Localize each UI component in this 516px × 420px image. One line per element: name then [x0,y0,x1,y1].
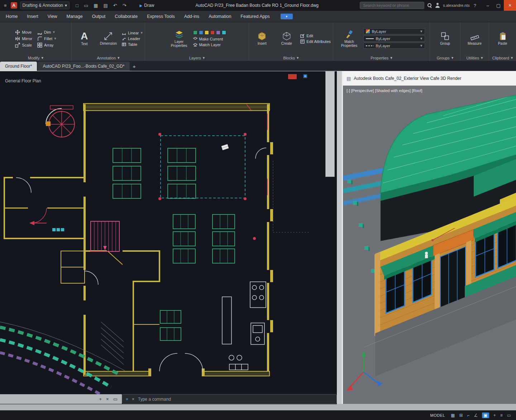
array-tool[interactable]: Array [37,43,56,48]
viewport-grid-toggle-icon[interactable]: ▣ [303,73,307,78]
tab-home[interactable]: Home [6,14,18,19]
viewport-scrollbar[interactable] [325,71,335,177]
paste-tool[interactable]: Paste [492,32,514,45]
leader-tool[interactable]: Leader [122,37,143,41]
fillet-tool[interactable]: Fillet ▾ [37,36,56,41]
group-tool[interactable]: Group [434,32,456,45]
help-icon[interactable]: ? [473,3,477,8]
dim-tool[interactable]: Dim ▾ [37,30,56,35]
tab-featured-apps[interactable]: Featured Apps [240,14,269,19]
color-dropdown[interactable]: ByLayer ▾ [363,28,425,34]
print-icon[interactable]: ▤ [102,3,109,8]
tab-express-tools[interactable]: Express Tools [147,14,175,19]
tab-insert[interactable]: Insert [27,14,38,19]
view-cube-icon[interactable]: ▤ [347,76,351,81]
layer-swatch-cyan[interactable] [222,30,226,35]
viewport-record-badge[interactable] [288,74,297,79]
measure-tool[interactable]: Measure [464,32,486,45]
panel-name-properties[interactable]: Properties ▾ [333,55,430,61]
grid-icon[interactable]: ▦ [451,413,455,418]
customization-icon[interactable]: ▭ [507,413,511,418]
save-icon[interactable]: ▦ [92,3,99,8]
layer-swatch-green[interactable] [193,30,197,35]
edit-block-tool[interactable]: Edit [300,34,331,38]
linetype-dropdown[interactable]: ByLayer ▾ [363,43,425,49]
viewport-3d-controls[interactable]: [-] [Perspective] [Shaded with edges] [R… [347,88,422,93]
dimension-tool[interactable]: Dimension [98,32,119,45]
close-drawing-icon[interactable]: × [106,396,109,402]
viewport-2d-plan[interactable]: General Floor Plan ▣ [0,71,337,404]
tab-add-ins[interactable]: Add-ins [184,14,199,19]
new-icon[interactable]: □ [75,3,80,8]
quick-access-toolbar: □ ▭ ▦ ▤ ↶ ↷ [75,3,128,8]
layer-swatch-red[interactable] [210,30,215,35]
viewport-3d[interactable]: ▤ Autodesk Boots Cafe_02_Exterior View C… [342,71,516,404]
lineweight-icon[interactable]: ≡ [500,413,503,418]
create-block-tool[interactable]: Create [276,32,298,45]
tab-manage[interactable]: Manage [66,14,82,19]
titlebar: ≡ A Drafting & Annotation ▾ □ ▭ ▦ ▤ ↶ ↷ … [0,0,516,11]
mirror-tool[interactable]: Mirror [15,36,32,41]
linear-tool[interactable]: Linear ▾ [122,30,143,35]
model-space-button[interactable]: MODEL [430,413,445,417]
panel-name-blocks[interactable]: Blocks ▾ [249,55,333,61]
layer-swatch-yellow[interactable] [205,30,209,35]
restore-button[interactable]: ▢ [493,0,504,11]
viewport-splitter[interactable] [337,71,342,404]
drawing-area: General Floor Plan ▣ [0,71,516,404]
account-name[interactable]: s.alexandre.nts [443,3,470,8]
tab-output[interactable]: Output [92,14,106,19]
command-line[interactable]: + × Type a command [122,394,337,404]
account-icon[interactable] [435,3,440,8]
make-current-tool[interactable]: Make Current [193,37,226,41]
file-tab-ground-floor[interactable]: Ground Floor* [0,62,37,71]
polar-icon[interactable]: ∠ [474,413,478,418]
panel-name-layers[interactable]: Layers ▾ [145,55,249,61]
panel-name-groups[interactable]: Groups ▾ [430,55,460,61]
layout-icon[interactable]: ▭ [113,396,118,402]
minimize-button[interactable]: – [482,0,493,11]
infer-icon[interactable]: ⌐ [467,413,470,418]
workspace-selector[interactable]: Drafting & Annotation ▾ [20,1,70,9]
linetype-value: ByLayer [376,44,390,48]
app-menu-icon[interactable]: ≡ [3,3,8,8]
layer-swatch-purple[interactable] [216,30,220,35]
layer-properties-tool[interactable]: Layer Properties [168,30,190,48]
panel-name-clipboard[interactable]: Clipboard ▾ [489,55,516,61]
panel-name-annotation[interactable]: Annotation ▾ [72,55,145,61]
search-input[interactable] [360,2,424,9]
open-icon[interactable]: ▭ [83,3,89,8]
tab-automation[interactable]: Automation [209,14,231,19]
match-properties-tool[interactable]: Match Properties [338,30,360,48]
panel-name-utilities[interactable]: Utilities ▾ [460,55,489,61]
ribbon-display-toggle[interactable]: ▾ [281,14,293,19]
lineweight-dropdown[interactable]: ByLayer ▾ [363,35,425,42]
scale-tool[interactable]: Scale [15,43,32,48]
insert-block-tool[interactable]: Insert [251,32,273,45]
crosshair-icon[interactable]: + [99,396,102,402]
new-tab-button[interactable]: + [130,62,139,71]
layer-swatch-blue[interactable] [199,30,203,35]
undo-icon[interactable]: ↶ [112,3,118,8]
text-tool[interactable]: A Text [74,31,95,46]
table-tool[interactable]: Table [122,42,143,47]
tab-collaborate[interactable]: Collaborate [115,14,138,19]
redo-icon[interactable]: ↷ [121,3,128,8]
edit-attributes-label: Edit Attributes [306,39,331,44]
panel-name-modify[interactable]: Modify ▾ [0,55,71,61]
panel-label: Groups [437,56,450,60]
close-button[interactable]: × [504,0,516,11]
dyn-input-icon[interactable]: + [493,413,496,418]
chevron-down-icon: ▾ [452,55,454,60]
command-prompt[interactable]: Type a command [138,397,171,402]
command-cancel-icon[interactable]: × [132,397,134,402]
snap-icon[interactable]: ⊞ [459,413,463,418]
edit-attributes-tool[interactable]: Edit Attributes [300,39,331,44]
match-layer-tool[interactable]: Match Layer [193,43,226,47]
tab-view[interactable]: View [48,14,57,19]
autocad-logo[interactable]: A [11,2,17,9]
move-tool[interactable]: Move [15,30,32,35]
osnap-icon[interactable]: ▣ [482,412,489,418]
file-tab-boots-cafe[interactable]: AutoCAD P/23_Foo...-Boots Cafe_02_GD* [38,62,129,71]
search-icon[interactable] [427,3,432,8]
